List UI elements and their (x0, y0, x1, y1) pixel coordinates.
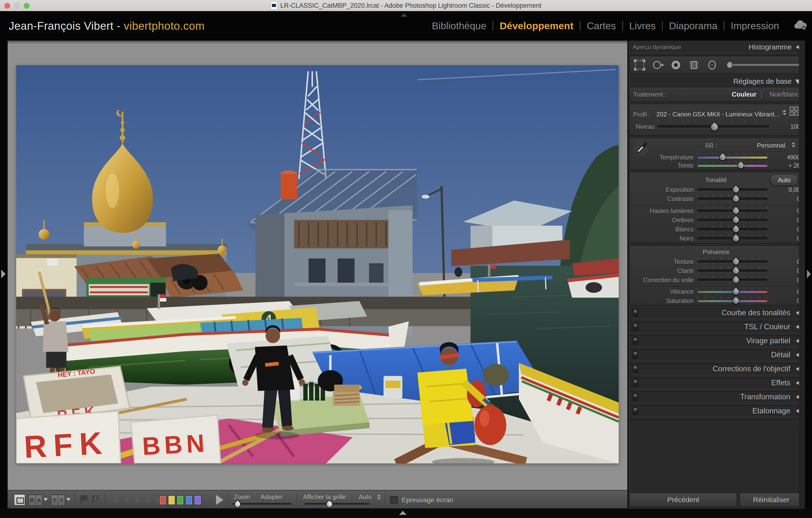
texture-value[interactable]: 0 (769, 258, 801, 265)
color-label-blue[interactable] (185, 495, 193, 505)
vibrance-slider-row: Vibrance 0 (633, 287, 801, 296)
before-after-button[interactable]: R A (28, 494, 43, 506)
whites-slider-row: Blancs 0 (633, 225, 801, 234)
crop-tool-icon[interactable] (633, 58, 646, 71)
basic-panel-header[interactable]: Réglages de base (629, 77, 803, 87)
panel-lens-corrections[interactable]: Corrections de l'objectif (629, 363, 803, 374)
grid-size-slider[interactable] (304, 503, 370, 505)
treatment-separator (761, 91, 762, 99)
adjustment-brush-icon[interactable] (724, 58, 802, 71)
whites-value[interactable]: 0 (769, 226, 801, 233)
panel-tone-curve[interactable]: Courbe des tonalités (629, 307, 803, 318)
previous-button[interactable]: Précédent (629, 493, 737, 507)
color-label-green[interactable] (177, 495, 184, 505)
panel-toggle-switch[interactable] (633, 309, 638, 317)
saturation-value[interactable]: 0 (769, 297, 801, 304)
survey-view-button[interactable]: Y Y (51, 494, 65, 506)
reject-flag-icon[interactable]: x (92, 495, 99, 500)
smart-preview-label: Aperçu dynamique (633, 44, 681, 51)
photo-canvas[interactable]: 4 (16, 65, 619, 463)
tint-slider-track[interactable] (697, 164, 767, 167)
panel-separator (630, 375, 802, 377)
slideshow-play-icon[interactable] (216, 495, 223, 505)
panel-separator (630, 361, 802, 363)
tint-value[interactable]: + 26 (769, 162, 801, 169)
module-livres[interactable]: Livres (623, 20, 662, 32)
blacks-value[interactable]: 0 (769, 235, 801, 242)
grid-stepper-up-icon[interactable] (377, 494, 381, 496)
right-panel-strip (805, 40, 812, 509)
exposure-value[interactable]: 0,00 (769, 186, 801, 193)
amount-value[interactable]: 100 (769, 123, 801, 130)
clarity-value[interactable]: 0 (769, 268, 801, 274)
temperature-value[interactable]: 4900 (769, 154, 801, 161)
star-rating[interactable]: ★★★★★ (112, 494, 164, 506)
vibrance-value[interactable]: 0 (769, 288, 801, 295)
temperature-slider-track[interactable] (697, 156, 767, 158)
treatment-bw-option[interactable]: Noir/blanc (770, 91, 799, 98)
red-eye-tool-icon[interactable] (669, 58, 682, 71)
tone-auto-button[interactable]: Auto (770, 175, 799, 186)
panel-label: Effets (771, 378, 790, 387)
highlights-value[interactable]: 0 (769, 208, 801, 215)
profile-stepper-up-icon[interactable] (783, 110, 786, 112)
panel-transform[interactable]: Transformation (629, 391, 803, 402)
module-diaporama[interactable]: Diaporama (663, 20, 724, 32)
survey-caret-icon[interactable] (66, 498, 70, 501)
right-panel-collapse-arrow[interactable] (807, 270, 811, 278)
amount-slider-thumb[interactable] (709, 122, 720, 132)
module-impression[interactable]: Impression (724, 20, 785, 32)
left-panel-strip (0, 40, 8, 509)
zoom-slider[interactable] (232, 503, 291, 505)
grid-stepper-down-icon[interactable] (377, 498, 381, 500)
panel-toggle-switch[interactable] (633, 323, 638, 331)
panel-hsl-color[interactable]: TSL / Couleur (629, 321, 803, 332)
panel-toggle-switch[interactable] (633, 351, 638, 359)
panel-toggle-switch[interactable] (633, 393, 638, 401)
panel-effects[interactable]: Effets (629, 377, 803, 389)
pick-flag-icon[interactable] (80, 495, 87, 500)
wb-value[interactable]: Personnal. (757, 142, 787, 149)
develop-work-area: 4 (8, 40, 627, 509)
panel-toggle-switch[interactable] (633, 379, 638, 387)
panel-calibration[interactable]: Etalonnage (629, 405, 803, 417)
grid-overlay-value[interactable]: Auto (359, 493, 372, 501)
histogram-panel-header[interactable]: Aperçu dynamique Histogramme (629, 42, 803, 52)
graduated-filter-icon[interactable] (688, 58, 700, 71)
module-bibliotheque[interactable]: Bibliothèque (426, 20, 493, 32)
zoom-label[interactable]: Zoom (234, 493, 250, 501)
color-label-red[interactable] (159, 495, 167, 505)
panel-detail[interactable]: Détail (629, 349, 803, 361)
panel-toggle-switch[interactable] (633, 365, 638, 373)
loupe-view-button[interactable] (14, 494, 25, 506)
treatment-color-option[interactable]: Couleur (732, 91, 756, 98)
spot-removal-icon[interactable] (651, 58, 664, 71)
right-panel-scrollbar[interactable] (799, 40, 805, 509)
soft-proof-label[interactable]: Epreuvage écran (402, 496, 453, 504)
wb-divider (700, 152, 788, 152)
radial-filter-icon[interactable] (706, 58, 719, 71)
panel-split-toning[interactable]: Virage partiel (629, 335, 803, 346)
shadows-value[interactable]: 0 (769, 217, 801, 224)
reset-button[interactable]: Réinitialiser (740, 493, 803, 507)
contrast-value[interactable]: 0 (769, 195, 801, 203)
color-label-yellow[interactable] (168, 495, 175, 505)
module-developpement[interactable]: Développement (493, 20, 580, 32)
panel-toggle-switch[interactable] (633, 407, 638, 415)
left-panel-reveal-arrow[interactable] (1, 270, 5, 278)
before-after-caret-icon[interactable] (44, 498, 48, 501)
profile-value[interactable]: 202 - Canon G5X MKII - Lumineux Vibrant… (656, 111, 781, 118)
profile-browser-grid-icon[interactable] (789, 106, 799, 116)
color-label-purple[interactable] (194, 495, 201, 505)
soft-proof-checkbox[interactable] (390, 496, 398, 504)
dehaze-value[interactable]: 0 (769, 277, 801, 284)
panel-toggle-switch[interactable] (633, 337, 638, 345)
top-panel-hide-arrow[interactable] (401, 13, 407, 17)
filmstrip-reveal-arrow[interactable] (399, 511, 406, 515)
exposure-slider-thumb[interactable] (731, 185, 741, 194)
profile-stepper-down-icon[interactable] (783, 113, 786, 115)
fit-label[interactable]: Adapter (261, 493, 283, 501)
sync-cloud-icon[interactable] (793, 19, 808, 31)
grid-size-slider-thumb[interactable] (325, 500, 334, 509)
module-cartes[interactable]: Cartes (580, 20, 622, 32)
